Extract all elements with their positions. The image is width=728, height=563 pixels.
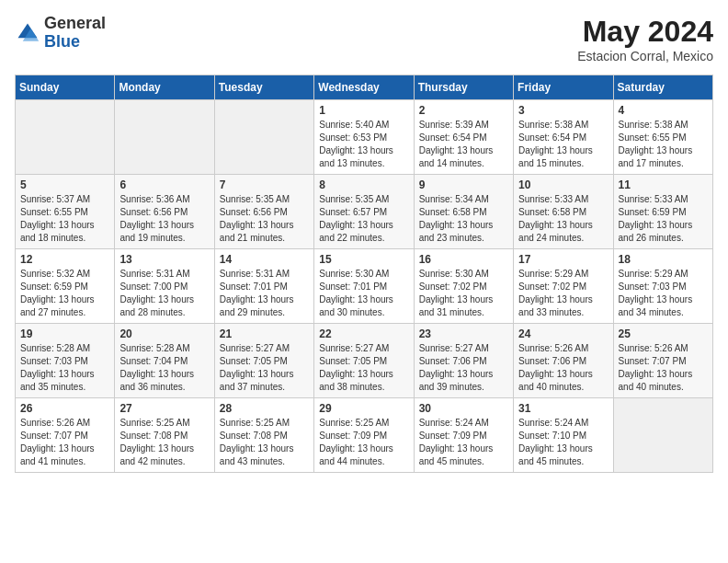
day-cell: 16Sunrise: 5:30 AMSunset: 7:02 PMDayligh… xyxy=(414,249,513,324)
day-cell xyxy=(16,100,115,175)
day-number: 9 xyxy=(419,178,508,191)
day-number: 6 xyxy=(119,178,209,191)
day-cell: 20Sunrise: 5:28 AMSunset: 7:04 PMDayligh… xyxy=(115,324,214,398)
day-number: 27 xyxy=(119,402,209,415)
day-info: Sunrise: 5:26 AMSunset: 7:07 PMDaylight:… xyxy=(20,417,109,468)
day-number: 23 xyxy=(419,327,508,340)
day-number: 11 xyxy=(619,178,708,191)
day-number: 2 xyxy=(419,104,508,117)
day-cell: 26Sunrise: 5:26 AMSunset: 7:07 PMDayligh… xyxy=(16,398,115,473)
day-cell: 4Sunrise: 5:38 AMSunset: 6:55 PMDaylight… xyxy=(613,100,712,175)
day-cell: 7Sunrise: 5:35 AMSunset: 6:56 PMDaylight… xyxy=(214,175,313,249)
day-cell: 24Sunrise: 5:26 AMSunset: 7:06 PMDayligh… xyxy=(514,324,613,398)
day-info: Sunrise: 5:33 AMSunset: 6:58 PMDaylight:… xyxy=(518,193,608,245)
day-number: 7 xyxy=(220,178,309,191)
day-info: Sunrise: 5:38 AMSunset: 6:55 PMDaylight:… xyxy=(619,119,708,170)
day-number: 5 xyxy=(20,178,109,191)
day-cell: 29Sunrise: 5:25 AMSunset: 7:09 PMDayligh… xyxy=(314,398,414,473)
day-info: Sunrise: 5:32 AMSunset: 6:59 PMDaylight:… xyxy=(20,268,109,319)
day-number: 16 xyxy=(419,253,508,266)
col-header-monday: Monday xyxy=(115,75,214,100)
day-number: 28 xyxy=(220,402,309,415)
logo-icon xyxy=(15,20,40,46)
col-header-tuesday: Tuesday xyxy=(214,75,313,100)
day-number: 1 xyxy=(319,104,408,117)
day-number: 3 xyxy=(518,104,608,117)
day-cell: 2Sunrise: 5:39 AMSunset: 6:54 PMDaylight… xyxy=(414,100,513,175)
week-row-3: 12Sunrise: 5:32 AMSunset: 6:59 PMDayligh… xyxy=(16,249,713,324)
logo: General Blue xyxy=(15,15,106,52)
day-cell: 3Sunrise: 5:38 AMSunset: 6:54 PMDaylight… xyxy=(514,100,613,175)
day-info: Sunrise: 5:31 AMSunset: 7:01 PMDaylight:… xyxy=(220,268,309,319)
day-number: 18 xyxy=(619,253,708,266)
day-number: 22 xyxy=(319,327,408,340)
day-info: Sunrise: 5:27 AMSunset: 7:06 PMDaylight:… xyxy=(419,342,508,394)
calendar-table: SundayMondayTuesdayWednesdayThursdayFrid… xyxy=(15,75,713,473)
week-row-1: 1Sunrise: 5:40 AMSunset: 6:53 PMDaylight… xyxy=(16,100,713,175)
day-number: 10 xyxy=(518,178,608,191)
day-info: Sunrise: 5:40 AMSunset: 6:53 PMDaylight:… xyxy=(319,119,408,170)
page-header: General Blue May 2024 Estacion Corral, M… xyxy=(15,15,713,63)
day-info: Sunrise: 5:35 AMSunset: 6:57 PMDaylight:… xyxy=(319,193,408,245)
day-number: 26 xyxy=(20,402,109,415)
week-row-2: 5Sunrise: 5:37 AMSunset: 6:55 PMDaylight… xyxy=(16,175,713,249)
day-info: Sunrise: 5:27 AMSunset: 7:05 PMDaylight:… xyxy=(319,342,408,394)
day-info: Sunrise: 5:35 AMSunset: 6:56 PMDaylight:… xyxy=(220,193,309,245)
day-cell: 9Sunrise: 5:34 AMSunset: 6:58 PMDaylight… xyxy=(414,175,513,249)
day-info: Sunrise: 5:25 AMSunset: 7:08 PMDaylight:… xyxy=(119,417,209,468)
day-cell: 18Sunrise: 5:29 AMSunset: 7:03 PMDayligh… xyxy=(613,249,712,324)
day-cell: 30Sunrise: 5:24 AMSunset: 7:09 PMDayligh… xyxy=(414,398,513,473)
day-number: 4 xyxy=(619,104,708,117)
day-info: Sunrise: 5:28 AMSunset: 7:04 PMDaylight:… xyxy=(119,342,209,394)
calendar-title: May 2024 xyxy=(577,15,713,49)
day-number: 21 xyxy=(220,327,309,340)
day-cell: 23Sunrise: 5:27 AMSunset: 7:06 PMDayligh… xyxy=(414,324,513,398)
day-cell: 8Sunrise: 5:35 AMSunset: 6:57 PMDaylight… xyxy=(314,175,414,249)
week-row-5: 26Sunrise: 5:26 AMSunset: 7:07 PMDayligh… xyxy=(16,398,713,473)
day-cell: 21Sunrise: 5:27 AMSunset: 7:05 PMDayligh… xyxy=(214,324,313,398)
day-cell: 19Sunrise: 5:28 AMSunset: 7:03 PMDayligh… xyxy=(16,324,115,398)
day-number: 19 xyxy=(20,327,109,340)
logo-general-text: General xyxy=(44,14,106,32)
day-info: Sunrise: 5:26 AMSunset: 7:07 PMDaylight:… xyxy=(619,342,708,394)
day-info: Sunrise: 5:33 AMSunset: 6:59 PMDaylight:… xyxy=(619,193,708,245)
day-cell: 12Sunrise: 5:32 AMSunset: 6:59 PMDayligh… xyxy=(16,249,115,324)
day-cell: 5Sunrise: 5:37 AMSunset: 6:55 PMDaylight… xyxy=(16,175,115,249)
day-info: Sunrise: 5:38 AMSunset: 6:54 PMDaylight:… xyxy=(518,119,608,170)
day-cell: 11Sunrise: 5:33 AMSunset: 6:59 PMDayligh… xyxy=(613,175,712,249)
col-header-wednesday: Wednesday xyxy=(314,75,414,100)
day-number: 13 xyxy=(119,253,209,266)
day-cell: 10Sunrise: 5:33 AMSunset: 6:58 PMDayligh… xyxy=(514,175,613,249)
day-info: Sunrise: 5:30 AMSunset: 7:01 PMDaylight:… xyxy=(319,268,408,319)
day-cell: 14Sunrise: 5:31 AMSunset: 7:01 PMDayligh… xyxy=(214,249,313,324)
day-number: 24 xyxy=(518,327,608,340)
day-cell: 1Sunrise: 5:40 AMSunset: 6:53 PMDaylight… xyxy=(314,100,414,175)
day-info: Sunrise: 5:29 AMSunset: 7:03 PMDaylight:… xyxy=(619,268,708,319)
day-info: Sunrise: 5:36 AMSunset: 6:56 PMDaylight:… xyxy=(119,193,209,245)
col-header-sunday: Sunday xyxy=(16,75,115,100)
day-info: Sunrise: 5:25 AMSunset: 7:09 PMDaylight:… xyxy=(319,417,408,468)
day-cell xyxy=(214,100,313,175)
day-info: Sunrise: 5:34 AMSunset: 6:58 PMDaylight:… xyxy=(419,193,508,245)
title-block: May 2024 Estacion Corral, Mexico xyxy=(577,15,713,63)
day-cell: 6Sunrise: 5:36 AMSunset: 6:56 PMDaylight… xyxy=(115,175,214,249)
day-cell: 15Sunrise: 5:30 AMSunset: 7:01 PMDayligh… xyxy=(314,249,414,324)
day-number: 25 xyxy=(619,327,708,340)
day-number: 29 xyxy=(319,402,408,415)
day-cell xyxy=(115,100,214,175)
calendar-subtitle: Estacion Corral, Mexico xyxy=(577,49,713,63)
day-number: 20 xyxy=(119,327,209,340)
day-info: Sunrise: 5:26 AMSunset: 7:06 PMDaylight:… xyxy=(518,342,608,394)
day-info: Sunrise: 5:28 AMSunset: 7:03 PMDaylight:… xyxy=(20,342,109,394)
day-info: Sunrise: 5:25 AMSunset: 7:08 PMDaylight:… xyxy=(220,417,309,468)
day-number: 12 xyxy=(20,253,109,266)
week-row-4: 19Sunrise: 5:28 AMSunset: 7:03 PMDayligh… xyxy=(16,324,713,398)
day-info: Sunrise: 5:37 AMSunset: 6:55 PMDaylight:… xyxy=(20,193,109,245)
day-info: Sunrise: 5:24 AMSunset: 7:09 PMDaylight:… xyxy=(419,417,508,468)
header-row: SundayMondayTuesdayWednesdayThursdayFrid… xyxy=(16,75,713,100)
day-cell: 28Sunrise: 5:25 AMSunset: 7:08 PMDayligh… xyxy=(214,398,313,473)
day-info: Sunrise: 5:29 AMSunset: 7:02 PMDaylight:… xyxy=(518,268,608,319)
day-cell xyxy=(613,398,712,473)
day-number: 31 xyxy=(518,402,608,415)
col-header-thursday: Thursday xyxy=(414,75,513,100)
